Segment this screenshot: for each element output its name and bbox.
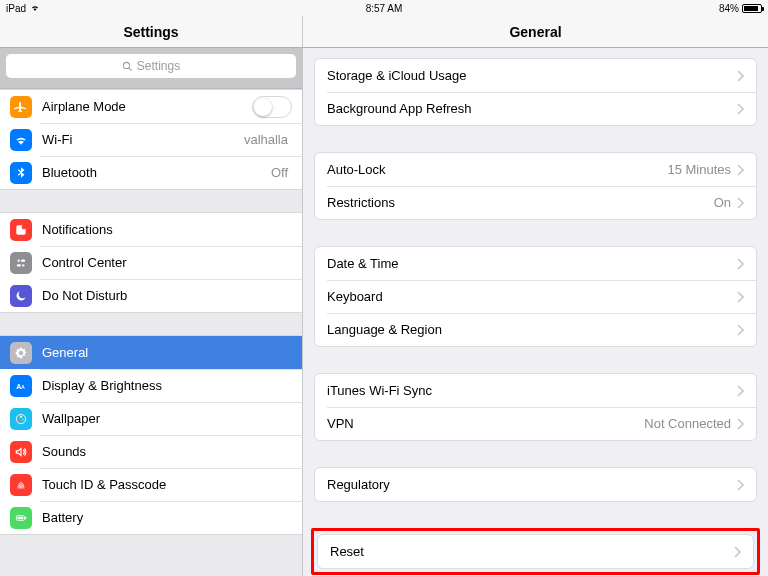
bluetooth-icon xyxy=(10,162,32,184)
chevron-right-icon xyxy=(734,546,741,558)
sidebar-item-control-center[interactable]: Control Center xyxy=(0,246,302,279)
sidebar-item-general[interactable]: General xyxy=(0,336,302,369)
svg-point-11 xyxy=(20,415,22,417)
sidebar-item-label: Bluetooth xyxy=(42,165,271,180)
svg-line-1 xyxy=(129,67,132,70)
toggle-airplane-mode[interactable] xyxy=(252,96,292,118)
svg-point-13 xyxy=(18,419,20,421)
chevron-right-icon xyxy=(737,479,744,491)
detail-pane: Storage & iCloud UsageBackground App Ref… xyxy=(303,48,768,576)
sidebar: Settings Airplane ModeWi-FivalhallaBluet… xyxy=(0,48,303,576)
detail-row-keyboard[interactable]: Keyboard xyxy=(315,280,756,313)
sidebar-item-label: Wi-Fi xyxy=(42,132,244,147)
detail-row-value: Not Connected xyxy=(644,416,731,431)
wifi-icon xyxy=(10,129,32,151)
svg-text:A: A xyxy=(21,383,25,389)
sidebar-item-label: Control Center xyxy=(42,255,292,270)
detail-row-label: Background App Refresh xyxy=(327,101,737,116)
airplane-icon xyxy=(10,96,32,118)
sidebar-title: Settings xyxy=(0,16,303,48)
sidebar-item-label: Notifications xyxy=(42,222,292,237)
svg-rect-5 xyxy=(21,259,25,261)
sidebar-item-touch-id-passcode[interactable]: Touch ID & Passcode xyxy=(0,468,302,501)
gear-icon xyxy=(10,342,32,364)
svg-point-3 xyxy=(22,224,27,229)
wallpaper-icon xyxy=(10,408,32,430)
battery-icon xyxy=(10,507,32,529)
detail-row-date-time[interactable]: Date & Time xyxy=(315,247,756,280)
detail-row-auto-lock[interactable]: Auto-Lock15 Minutes xyxy=(315,153,756,186)
search-input[interactable]: Settings xyxy=(6,54,296,78)
highlight-annotation: Reset xyxy=(311,528,760,575)
detail-row-regulatory[interactable]: Regulatory xyxy=(315,468,756,501)
detail-row-label: Regulatory xyxy=(327,477,737,492)
detail-row-value: 15 Minutes xyxy=(667,162,731,177)
status-bar: iPad 8:57 AM 84% xyxy=(0,0,768,16)
sidebar-item-sounds[interactable]: Sounds xyxy=(0,435,302,468)
detail-row-label: Date & Time xyxy=(327,256,737,271)
chevron-right-icon xyxy=(737,418,744,430)
sidebar-item-notifications[interactable]: Notifications xyxy=(0,213,302,246)
chevron-right-icon xyxy=(737,103,744,115)
touchid-icon xyxy=(10,474,32,496)
sounds-icon xyxy=(10,441,32,463)
sidebar-item-value: Off xyxy=(271,165,288,180)
detail-row-storage-icloud-usage[interactable]: Storage & iCloud Usage xyxy=(315,59,756,92)
chevron-right-icon xyxy=(737,197,744,209)
svg-rect-16 xyxy=(18,516,24,518)
chevron-right-icon xyxy=(737,291,744,303)
notifications-icon xyxy=(10,219,32,241)
detail-row-label: Language & Region xyxy=(327,322,737,337)
sidebar-item-wallpaper[interactable]: Wallpaper xyxy=(0,402,302,435)
detail-row-label: Reset xyxy=(330,544,734,559)
detail-row-label: iTunes Wi-Fi Sync xyxy=(327,383,737,398)
wifi-status-icon xyxy=(30,3,40,14)
detail-row-label: VPN xyxy=(327,416,644,431)
sidebar-item-wi-fi[interactable]: Wi-Fivalhalla xyxy=(0,123,302,156)
chevron-right-icon xyxy=(737,258,744,270)
carrier-label: iPad xyxy=(6,3,26,14)
svg-point-4 xyxy=(18,259,20,261)
sidebar-item-value: valhalla xyxy=(244,132,288,147)
sidebar-item-label: General xyxy=(42,345,292,360)
battery-icon xyxy=(742,4,762,13)
search-icon xyxy=(122,61,133,72)
sidebar-item-label: Touch ID & Passcode xyxy=(42,477,292,492)
svg-point-12 xyxy=(22,418,24,420)
sidebar-item-label: Wallpaper xyxy=(42,411,292,426)
sidebar-item-display-brightness[interactable]: AADisplay & Brightness xyxy=(0,369,302,402)
chevron-right-icon xyxy=(737,324,744,336)
battery-pct: 84% xyxy=(719,3,739,14)
sidebar-item-do-not-disturb[interactable]: Do Not Disturb xyxy=(0,279,302,312)
sidebar-item-label: Sounds xyxy=(42,444,292,459)
detail-row-value: On xyxy=(714,195,731,210)
detail-row-language-region[interactable]: Language & Region xyxy=(315,313,756,346)
detail-row-reset[interactable]: Reset xyxy=(318,535,753,568)
dnd-icon xyxy=(10,285,32,307)
svg-point-7 xyxy=(22,264,24,266)
detail-row-vpn[interactable]: VPNNot Connected xyxy=(315,407,756,440)
detail-row-restrictions[interactable]: RestrictionsOn xyxy=(315,186,756,219)
sidebar-item-label: Airplane Mode xyxy=(42,99,252,114)
control-center-icon xyxy=(10,252,32,274)
search-placeholder: Settings xyxy=(137,59,180,73)
detail-row-label: Auto-Lock xyxy=(327,162,667,177)
display-icon: AA xyxy=(10,375,32,397)
chevron-right-icon xyxy=(737,164,744,176)
chevron-right-icon xyxy=(737,385,744,397)
sidebar-item-bluetooth[interactable]: BluetoothOff xyxy=(0,156,302,189)
sidebar-item-label: Battery xyxy=(42,510,292,525)
chevron-right-icon xyxy=(737,70,744,82)
svg-rect-15 xyxy=(25,516,26,518)
detail-title: General xyxy=(303,16,768,48)
svg-rect-6 xyxy=(17,264,21,266)
sidebar-item-label: Display & Brightness xyxy=(42,378,292,393)
detail-row-background-app-refresh[interactable]: Background App Refresh xyxy=(315,92,756,125)
sidebar-item-label: Do Not Disturb xyxy=(42,288,292,303)
detail-row-label: Storage & iCloud Usage xyxy=(327,68,737,83)
detail-row-itunes-wi-fi-sync[interactable]: iTunes Wi-Fi Sync xyxy=(315,374,756,407)
svg-point-0 xyxy=(123,62,129,68)
clock: 8:57 AM xyxy=(366,3,403,14)
sidebar-item-airplane-mode[interactable]: Airplane Mode xyxy=(0,90,302,123)
sidebar-item-battery[interactable]: Battery xyxy=(0,501,302,534)
